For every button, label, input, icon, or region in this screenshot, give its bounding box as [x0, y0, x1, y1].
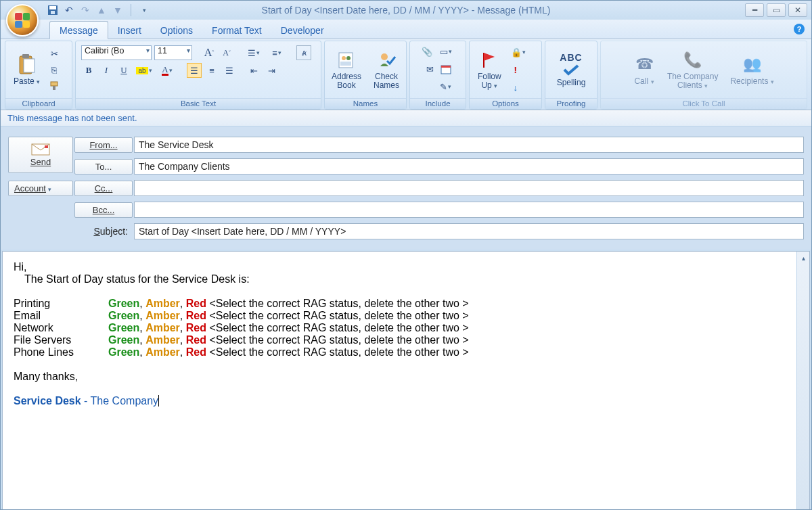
- message-body[interactable]: Hi, The Start of Day status for the Serv…: [2, 251, 810, 510]
- rag-hint: <Select the correct RAG status, delete t…: [206, 298, 469, 309]
- title-bar: ↶ ↷ ▲ ▼ Start of Day <Insert Date here, …: [1, 1, 811, 20]
- help-icon[interactable]: ?: [794, 24, 805, 34]
- format-painter-icon[interactable]: [47, 78, 62, 93]
- previous-icon[interactable]: ▲: [95, 4, 108, 16]
- close-button[interactable]: ✕: [788, 3, 807, 17]
- subject-field[interactable]: [134, 223, 804, 239]
- save-icon[interactable]: [47, 4, 59, 16]
- rag-red: Red: [186, 310, 206, 321]
- qat-customize-icon[interactable]: [138, 4, 150, 16]
- svg-point-10: [346, 56, 351, 60]
- recipients-button[interactable]: 👥 Recipients: [727, 52, 777, 87]
- address-book-button[interactable]: Address Book: [329, 48, 364, 91]
- decrease-indent-icon[interactable]: ⇤: [246, 63, 261, 78]
- maximize-button[interactable]: ▭: [767, 3, 786, 17]
- address-book-icon: [336, 49, 357, 71]
- phone-receiver-icon: 📞: [682, 49, 704, 71]
- bcc-button[interactable]: Bcc...: [74, 202, 133, 218]
- font-color-icon[interactable]: A: [157, 63, 177, 78]
- tab-format-text[interactable]: Format Text: [202, 22, 271, 39]
- rag-green: Green: [108, 322, 139, 333]
- send-button[interactable]: Send: [8, 137, 73, 173]
- italic-button[interactable]: I: [99, 63, 114, 78]
- from-button[interactable]: From...: [74, 137, 133, 153]
- status-row: File ServersGreen, Amber, Red <Select th…: [14, 334, 798, 346]
- attach-item-icon[interactable]: ✉: [422, 62, 437, 76]
- group-clipboard-label: Clipboard: [5, 98, 72, 109]
- clear-formatting-icon[interactable]: A̷: [296, 45, 311, 60]
- increase-indent-icon[interactable]: ⇥: [264, 63, 279, 78]
- status-row: Phone LinesGreen, Amber, Red <Select the…: [14, 346, 798, 358]
- account-button[interactable]: Account: [8, 181, 73, 196]
- rag-hint: <Select the correct RAG status, delete t…: [206, 310, 469, 321]
- status-category: Email: [14, 310, 108, 322]
- align-left-icon[interactable]: ☰: [187, 63, 202, 78]
- underline-button[interactable]: U: [116, 63, 131, 78]
- tab-developer[interactable]: Developer: [271, 22, 334, 39]
- numbering-icon[interactable]: ≡: [267, 45, 287, 60]
- minimize-button[interactable]: ━: [745, 3, 764, 17]
- app-window: ↶ ↷ ▲ ▼ Start of Day <Insert Date here, …: [0, 0, 812, 510]
- rag-green: Green: [108, 298, 139, 309]
- align-center-icon[interactable]: ≡: [204, 63, 219, 78]
- align-right-icon[interactable]: ☰: [222, 63, 237, 78]
- font-size-combo[interactable]: 11: [154, 45, 192, 60]
- calendar-icon[interactable]: [438, 62, 453, 76]
- bold-button[interactable]: B: [81, 63, 96, 78]
- subject-label: Subject:: [74, 223, 133, 240]
- bullets-icon[interactable]: ☰: [244, 45, 264, 60]
- to-button[interactable]: To...: [74, 159, 133, 175]
- to-field[interactable]: [134, 158, 804, 175]
- undo-icon[interactable]: ↶: [63, 4, 75, 16]
- redo-icon[interactable]: ↷: [79, 4, 91, 16]
- group-basic-text-label: Basic Text: [76, 98, 321, 109]
- highlight-icon[interactable]: ab: [134, 63, 154, 78]
- status-category: File Servers: [14, 334, 108, 346]
- svg-point-12: [381, 53, 388, 60]
- cc-field[interactable]: [134, 180, 804, 196]
- tab-insert[interactable]: Insert: [108, 22, 151, 39]
- permission-icon[interactable]: 🔒: [508, 45, 528, 60]
- shrink-font-icon[interactable]: Aˇ: [219, 45, 234, 60]
- group-click-to-call-label: Click To Call: [601, 98, 807, 109]
- cc-button[interactable]: Cc...: [74, 181, 133, 196]
- phone-icon: ☎: [633, 53, 655, 75]
- low-importance-icon[interactable]: ↓: [508, 80, 523, 95]
- info-bar: This message has not been sent.: [1, 110, 811, 126]
- follow-up-button[interactable]: Follow Up: [475, 48, 504, 92]
- group-include-label: Include: [410, 98, 466, 109]
- flag-icon: [478, 49, 500, 71]
- intro-text: The Start of Day status for the Service …: [14, 273, 798, 285]
- business-card-icon[interactable]: ▭: [436, 44, 456, 59]
- high-importance-icon[interactable]: !: [508, 62, 523, 77]
- svg-point-9: [342, 56, 346, 60]
- vertical-scrollbar[interactable]: ▴ ▾: [796, 252, 809, 510]
- svg-rect-11: [340, 62, 351, 66]
- rag-hint: <Select the correct RAG status, delete t…: [206, 322, 469, 333]
- signature-icon[interactable]: ✎: [435, 79, 455, 94]
- company-clients-button[interactable]: 📞 The Company Clients: [664, 48, 721, 92]
- cut-icon[interactable]: ✂: [47, 46, 62, 61]
- from-field[interactable]: [134, 137, 804, 153]
- tab-message[interactable]: Message: [49, 21, 108, 39]
- attach-file-icon[interactable]: 📎: [420, 44, 434, 59]
- next-icon[interactable]: ▼: [112, 4, 124, 16]
- rag-green: Green: [108, 334, 139, 346]
- ribbon-tabs: Message Insert Options Format Text Devel…: [1, 20, 811, 39]
- scroll-up-icon[interactable]: ▴: [797, 252, 809, 264]
- check-names-button[interactable]: Check Names: [371, 48, 402, 91]
- font-combo[interactable]: Calibri (Bo: [81, 45, 152, 60]
- rag-red: Red: [186, 346, 206, 358]
- office-button[interactable]: [6, 4, 39, 37]
- paste-button[interactable]: Paste: [11, 52, 43, 87]
- rag-amber: Amber: [145, 298, 180, 309]
- grow-font-icon[interactable]: Aˆ: [202, 45, 217, 60]
- copy-icon[interactable]: ⎘: [47, 62, 62, 77]
- spelling-button[interactable]: ABC Spelling: [554, 51, 589, 89]
- rag-amber: Amber: [145, 310, 180, 321]
- tab-options[interactable]: Options: [151, 22, 202, 39]
- status-row: PrintingGreen, Amber, Red <Select the co…: [14, 298, 798, 310]
- call-button[interactable]: ☎ Call: [631, 52, 658, 87]
- rag-amber: Amber: [145, 322, 180, 333]
- bcc-field[interactable]: [134, 202, 804, 218]
